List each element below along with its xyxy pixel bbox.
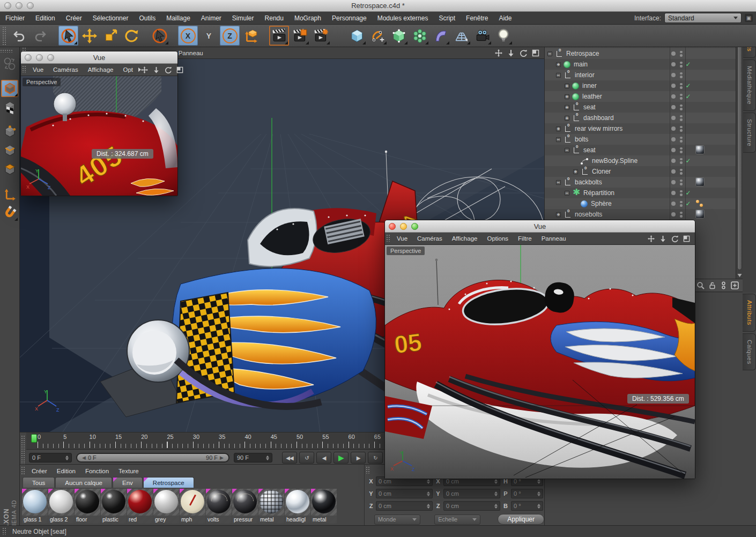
object-row[interactable]: +nosebolts xyxy=(545,209,736,220)
live-selection-button[interactable] xyxy=(58,26,78,46)
expander-plus-icon[interactable]: + xyxy=(556,212,561,217)
menu-item[interactable]: Caméras xyxy=(412,235,447,242)
menu-item[interactable]: Créer xyxy=(61,14,87,22)
material-item[interactable]: headligl xyxy=(285,489,310,524)
menu-item[interactable]: Opt xyxy=(118,66,138,73)
null-object-icon[interactable] xyxy=(557,51,562,57)
null-object-icon[interactable] xyxy=(582,169,588,175)
visibility-toggles[interactable] xyxy=(671,102,686,113)
render-picture-viewer-button[interactable] xyxy=(290,26,310,46)
subdiv-object-icon[interactable] xyxy=(564,61,570,68)
scale-tool-button[interactable] xyxy=(100,26,120,46)
frame-stepper-icon[interactable] xyxy=(65,456,69,460)
object-row[interactable]: +Cloner xyxy=(545,166,736,177)
zoom-view-icon[interactable] xyxy=(659,235,666,242)
object-label[interactable]: Répartition xyxy=(583,189,614,197)
null-object-icon[interactable] xyxy=(565,137,570,143)
goto-start-button[interactable]: ◀◀ xyxy=(282,452,297,464)
editor-render-dots[interactable] xyxy=(680,105,683,110)
null-object-icon[interactable] xyxy=(574,147,579,153)
expander-plus-icon[interactable]: + xyxy=(573,169,578,174)
expander-plus-icon[interactable]: + xyxy=(556,126,561,131)
expander-plus-icon[interactable]: + xyxy=(565,94,569,99)
vue-small-viewport[interactable]: 405 Dist. : 324.687 cm Y X Z Perspective xyxy=(21,76,177,196)
object-row[interactable]: +seat xyxy=(545,102,736,113)
object-label[interactable]: dashboard xyxy=(583,114,614,122)
texture-mode-button[interactable] xyxy=(1,99,18,116)
visibility-toggles[interactable] xyxy=(671,48,686,59)
menu-item[interactable]: Fenêtre xyxy=(461,14,493,22)
timeline-scrubber[interactable] xyxy=(31,434,37,443)
layer-dot[interactable] xyxy=(671,180,676,184)
scrollbar-thumb[interactable] xyxy=(737,45,742,270)
drag-handle[interactable] xyxy=(386,234,391,242)
add-subdivision-surface-button[interactable] xyxy=(389,26,409,46)
model-mode-button[interactable] xyxy=(1,80,18,97)
object-label[interactable]: main xyxy=(574,61,588,68)
scale-mode-select[interactable]: Echelle xyxy=(434,514,480,525)
menu-item[interactable]: Simuler xyxy=(227,14,260,22)
object-label[interactable]: nosebolts xyxy=(575,211,602,218)
convert-object-button[interactable] xyxy=(1,55,18,72)
pos-y-field[interactable]: 0 cm xyxy=(376,489,433,498)
layer-dot[interactable] xyxy=(671,191,676,195)
visibility-toggles[interactable] xyxy=(671,166,686,177)
drag-handle[interactable] xyxy=(22,65,27,73)
object-row[interactable]: Sphère✓ xyxy=(545,198,736,209)
object-row[interactable]: newBody.Spline✓ xyxy=(545,155,736,166)
editor-render-dots[interactable] xyxy=(680,147,683,153)
object-row[interactable]: −bolts xyxy=(545,134,736,145)
vue-large-viewport[interactable]: 05 Dist. : 529.356 cm Y X Z Perspective xyxy=(385,245,695,479)
menu-item[interactable]: Fonction xyxy=(80,468,114,474)
material-item[interactable]: volts xyxy=(206,489,232,524)
menu-item[interactable]: Options xyxy=(482,235,513,242)
pan-view-icon[interactable] xyxy=(648,235,655,242)
object-label[interactable]: seat xyxy=(583,146,596,154)
object-row[interactable]: +main✓ xyxy=(545,59,736,70)
toggle-views-icon[interactable] xyxy=(683,235,690,242)
texture-tag[interactable] xyxy=(695,145,705,154)
object-label[interactable]: Cloner xyxy=(592,168,611,175)
scroll-down-icon[interactable] xyxy=(737,273,742,278)
selection-tag[interactable] xyxy=(695,199,705,208)
interface-select[interactable]: Standard xyxy=(664,13,742,23)
rotate-tool-button[interactable] xyxy=(121,26,141,46)
add-array-object-button[interactable] xyxy=(410,26,429,46)
menu-item[interactable]: Affichage xyxy=(83,66,118,73)
expander-plus-icon[interactable]: + xyxy=(565,116,569,121)
zoom-view-icon[interactable] xyxy=(507,49,515,57)
expander-plus-icon[interactable]: + xyxy=(565,105,569,110)
visibility-toggles[interactable]: ✓ xyxy=(671,59,691,70)
toggle-views-icon[interactable] xyxy=(176,66,183,73)
object-row[interactable]: +rear view mirrors xyxy=(545,123,736,134)
editor-render-dots[interactable] xyxy=(680,83,683,89)
null-object-icon[interactable] xyxy=(574,105,579,110)
menu-item[interactable]: Rendu xyxy=(260,14,289,22)
object-label[interactable]: bolts xyxy=(575,136,588,143)
render-settings-button[interactable] xyxy=(311,26,331,46)
material-layer-tab[interactable]: Tous xyxy=(23,477,55,488)
coordinates-drag-handle[interactable] xyxy=(366,466,370,474)
add-bend-deformer-button[interactable] xyxy=(431,26,450,46)
menu-item[interactable]: Aide xyxy=(493,14,517,22)
object-label[interactable]: seat xyxy=(583,103,596,111)
next-frame-button[interactable]: ▶ xyxy=(351,452,366,464)
visibility-toggles[interactable] xyxy=(671,145,686,155)
editor-render-dots[interactable] xyxy=(680,62,683,68)
pan-view-icon[interactable] xyxy=(495,49,502,57)
rotate-view-icon[interactable] xyxy=(165,66,172,73)
layer-dot[interactable] xyxy=(671,105,676,109)
rotate-view-icon[interactable] xyxy=(520,49,527,57)
object-label[interactable]: rear view mirrors xyxy=(575,125,622,132)
add-spline-button[interactable] xyxy=(368,26,388,46)
object-row[interactable]: +dashboard xyxy=(545,113,736,123)
undo-button[interactable] xyxy=(9,26,29,46)
manager-tab[interactable]: Attributs xyxy=(743,294,756,332)
frame-stepper-icon[interactable] xyxy=(266,456,269,460)
material-layer-tab[interactable]: Env xyxy=(113,477,143,488)
layer-dot[interactable] xyxy=(671,84,676,88)
lock-icon[interactable] xyxy=(708,281,716,289)
history-dots-icon[interactable] xyxy=(720,281,727,289)
null-object-icon[interactable] xyxy=(574,115,579,121)
enabled-check-icon[interactable]: ✓ xyxy=(686,93,691,100)
